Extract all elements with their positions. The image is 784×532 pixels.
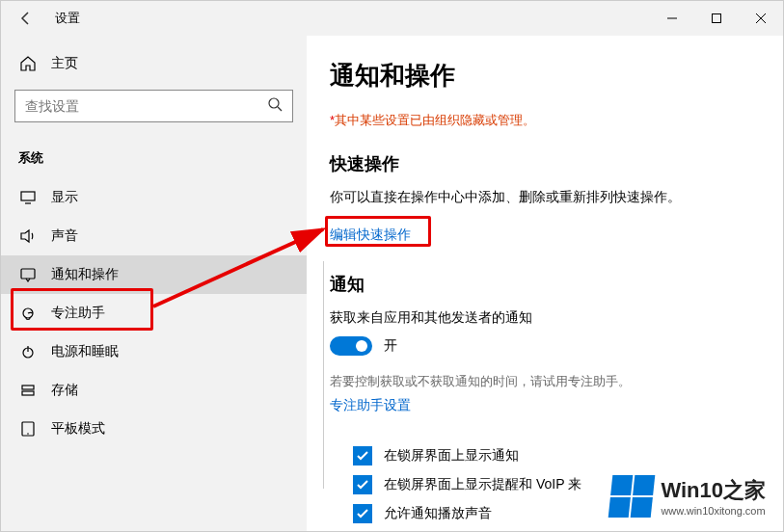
svg-rect-8 [21, 269, 35, 279]
back-button[interactable] [13, 5, 40, 32]
notif-checkbox-row[interactable]: 允许通知播放声音 [330, 499, 754, 528]
notif-toggle[interactable] [330, 336, 372, 356]
sidebar-item-label: 通知和操作 [51, 266, 119, 283]
sidebar-item-label: 电源和睡眠 [51, 343, 119, 360]
home-label: 主页 [51, 55, 78, 72]
svg-point-4 [269, 98, 279, 108]
window-controls [650, 1, 783, 36]
focus-desc: 若要控制获取或不获取通知的时间，请试用专注助手。 [330, 373, 754, 390]
tablet-icon [18, 420, 38, 438]
search-icon [267, 96, 283, 116]
managed-warning: *其中某些设置已由组织隐藏或管理。 [330, 112, 754, 129]
notifications-icon [18, 266, 38, 283]
scrollbar-indicator [323, 261, 324, 489]
toggle-state-label: 开 [384, 337, 397, 355]
checkbox-label: 在锁屏界面上显示提醒和 VoIP 来 [384, 476, 581, 493]
window-title: 设置 [55, 10, 80, 27]
notif-checkbox-row[interactable]: 在锁屏界面上显示提醒和 VoIP 来 [330, 470, 754, 499]
focus-assist-link[interactable]: 专注助手设置 [330, 397, 411, 414]
checkbox-label: 在锁屏界面上显示通知 [384, 447, 519, 465]
maximize-button[interactable] [694, 1, 739, 36]
edit-quick-actions-link[interactable]: 编辑快速操作 [330, 226, 411, 244]
svg-line-5 [278, 107, 282, 111]
minimize-button[interactable] [650, 1, 694, 36]
sound-icon [18, 227, 38, 245]
notif-toggle-label: 获取来自应用和其他发送者的通知 [330, 309, 754, 327]
power-icon [18, 343, 38, 360]
sidebar-item-notifications[interactable]: 通知和操作 [1, 255, 307, 294]
svg-point-15 [27, 433, 29, 435]
checkbox-icon [353, 446, 372, 466]
sidebar-item-label: 存储 [51, 382, 78, 399]
notifications-heading: 通知 [330, 273, 754, 296]
svg-rect-1 [713, 14, 721, 23]
quick-actions-heading: 快速操作 [330, 152, 754, 175]
checkbox-icon [353, 475, 372, 494]
checkbox-label: 允许通知播放声音 [384, 505, 492, 522]
svg-rect-13 [22, 391, 34, 395]
sidebar-item-sound[interactable]: 声音 [1, 217, 307, 255]
sidebar-item-focus[interactable]: 专注助手 [1, 294, 307, 332]
notif-checkbox-row[interactable]: 在锁屏界面上显示通知 [330, 441, 754, 470]
home-icon [18, 55, 38, 72]
display-icon [18, 189, 38, 206]
sidebar-item-label: 平板模式 [51, 420, 105, 438]
storage-icon [18, 382, 38, 399]
sidebar-item-label: 显示 [51, 189, 78, 206]
sidebar-item-tablet[interactable]: 平板模式 [1, 410, 307, 448]
search-field[interactable] [25, 98, 267, 114]
main-panel: 通知和操作 *其中某些设置已由组织隐藏或管理。 快速操作 你可以直接在操作中心中… [307, 36, 783, 531]
svg-rect-12 [22, 386, 34, 389]
titlebar: 设置 [1, 1, 783, 36]
focus-icon [18, 305, 38, 322]
search-input[interactable] [14, 90, 293, 122]
sidebar-item-storage[interactable]: 存储 [1, 371, 307, 410]
sidebar-item-power[interactable]: 电源和睡眠 [1, 332, 307, 371]
quick-actions-desc: 你可以直接在操作中心中添加、删除或重新排列快速操作。 [330, 189, 754, 206]
sidebar-item-label: 专注助手 [51, 305, 105, 322]
sidebar-item-label: 声音 [51, 227, 78, 245]
section-heading: 系统 [1, 132, 307, 178]
sidebar: 主页 系统 显示声音通知和操作专注助手电源和睡眠存储平板模式 [1, 36, 307, 531]
svg-rect-6 [21, 192, 35, 200]
close-button[interactable] [739, 1, 783, 36]
checkbox-icon [353, 504, 372, 523]
home-button[interactable]: 主页 [1, 45, 307, 82]
page-title: 通知和操作 [330, 59, 754, 93]
sidebar-item-display[interactable]: 显示 [1, 178, 307, 217]
